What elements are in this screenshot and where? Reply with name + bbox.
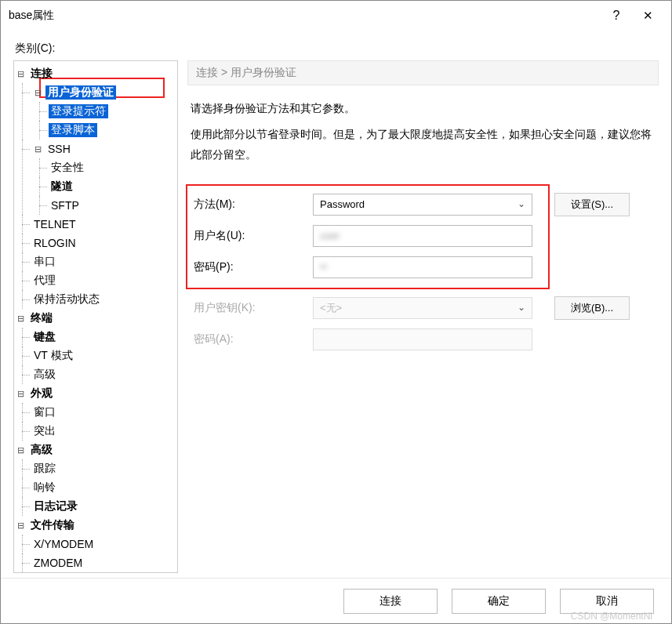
tree-item-trace[interactable]: 跟踪: [31, 459, 177, 478]
tree-item-filetransfer[interactable]: ⊟文件传输: [14, 516, 177, 535]
passphrase-input: [313, 328, 532, 350]
username-label: 用户名(U):: [187, 229, 313, 243]
password-label: 密码(P):: [187, 260, 313, 274]
password-input[interactable]: ••: [313, 256, 532, 278]
tree-item-terminal[interactable]: ⊟终端: [14, 309, 177, 328]
description-2: 使用此部分以节省登录时间。但是，为了最大限度地提高安全性，如果担心安全问题，建议…: [191, 124, 656, 165]
window-title: base属性: [9, 9, 601, 23]
collapse-icon[interactable]: ⊟: [31, 144, 44, 154]
cancel-button[interactable]: 取消: [560, 589, 654, 614]
setup-button[interactable]: 设置(S)...: [554, 193, 630, 216]
tree-item-login-script[interactable]: 登录脚本: [49, 121, 177, 140]
tree-item-window[interactable]: 窗口: [31, 403, 177, 422]
method-value: Password: [320, 198, 365, 210]
userkey-label: 用户密钥(K):: [187, 301, 313, 315]
tree-item-zmodem[interactable]: ZMODEM: [31, 553, 177, 572]
tree-item-vt[interactable]: VT 模式: [31, 346, 177, 365]
tree-item-log[interactable]: 日志记录: [31, 497, 177, 516]
userkey-select: <无> ⌄: [313, 297, 532, 319]
username-input[interactable]: user: [313, 225, 532, 247]
userkey-value: <无>: [320, 301, 342, 315]
titlebar: base属性 ? ✕: [1, 1, 671, 31]
tree-item-proxy[interactable]: 代理: [31, 271, 177, 290]
passphrase-label: 密码(A):: [187, 332, 313, 346]
collapse-icon[interactable]: ⊟: [14, 314, 27, 324]
dialog-footer: 连接 确定 取消 CSDN @MomentNi: [1, 578, 671, 623]
tree-item-serial[interactable]: 串口: [31, 252, 177, 271]
tree-item-auth[interactable]: ⊟用户身份验证: [31, 83, 177, 102]
tree-item-keyboard[interactable]: 键盘: [31, 328, 177, 346]
tree-item-login-prompt[interactable]: 登录提示符: [49, 102, 177, 121]
collapse-icon[interactable]: ⊟: [14, 521, 27, 531]
collapse-icon[interactable]: ⊟: [14, 445, 27, 455]
tree-item-xymodem[interactable]: X/YMODEM: [31, 535, 177, 553]
tree-item-highlight[interactable]: 突出: [31, 422, 177, 441]
tree-item-rlogin[interactable]: RLOGIN: [31, 234, 177, 252]
tree-item-keepalive[interactable]: 保持活动状态: [31, 290, 177, 309]
connect-button[interactable]: 连接: [343, 589, 438, 614]
chevron-down-icon: ⌄: [518, 198, 525, 209]
tree-item-ssh-tunnel[interactable]: 隧道: [49, 177, 177, 196]
tree-item-terminal-adv[interactable]: 高级: [31, 365, 177, 384]
collapse-icon[interactable]: ⊟: [31, 88, 44, 98]
browse-button[interactable]: 浏览(B)...: [554, 296, 630, 320]
collapse-icon[interactable]: ⊟: [14, 389, 27, 399]
description-1: 请选择身份验证方法和其它参数。: [191, 98, 656, 119]
method-select[interactable]: Password ⌄: [313, 194, 532, 216]
tree-item-advanced[interactable]: ⊟高级: [14, 441, 177, 459]
collapse-icon[interactable]: ⊟: [14, 69, 27, 79]
category-label: 类别(C):: [15, 42, 659, 56]
method-label: 方法(M):: [187, 198, 313, 212]
ok-button[interactable]: 确定: [452, 589, 546, 614]
category-tree[interactable]: ⊟连接 ⊟用户身份验证 登录提示符 登录脚本 ⊟SSH 安全性: [13, 60, 178, 573]
main-panel: 连接 > 用户身份验证 请选择身份验证方法和其它参数。 使用此部分以节省登录时间…: [187, 60, 659, 573]
tree-item-ssh[interactable]: ⊟SSH: [31, 140, 177, 158]
breadcrumb: 连接 > 用户身份验证: [187, 60, 659, 85]
tree-item-ssh-sftp[interactable]: SFTP: [49, 196, 177, 215]
tree-item-connection[interactable]: ⊟连接: [14, 64, 177, 83]
tree-item-telnet[interactable]: TELNET: [31, 215, 177, 234]
chevron-down-icon: ⌄: [518, 302, 525, 313]
tree-item-appearance[interactable]: ⊟外观: [14, 384, 177, 403]
help-icon[interactable]: ?: [601, 9, 632, 23]
close-icon[interactable]: ✕: [632, 9, 663, 23]
tree-item-ssh-security[interactable]: 安全性: [49, 158, 177, 177]
properties-dialog: base属性 ? ✕ 类别(C): ⊟连接 ⊟用户身份验证 登录提示符 登录脚本: [0, 0, 672, 624]
tree-item-bell[interactable]: 响铃: [31, 478, 177, 497]
